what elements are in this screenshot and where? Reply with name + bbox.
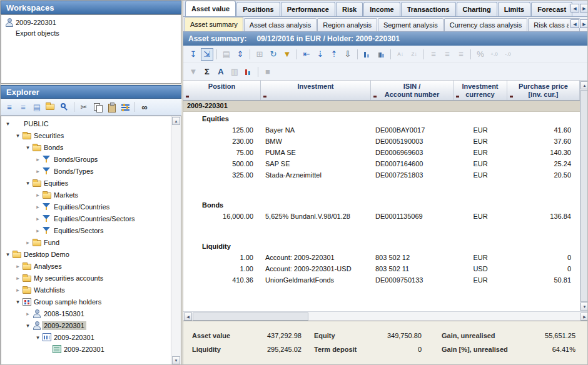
new-folder-icon[interactable]	[44, 101, 57, 113]
expand-icon[interactable]: ▸	[34, 192, 42, 198]
table-row[interactable]: 125.00Bayer NADE000BAY0017EUR41.60	[183, 124, 580, 136]
chart-axis-icon[interactable]	[375, 48, 387, 61]
tab-positions[interactable]: Positions	[236, 2, 280, 16]
table-row[interactable]: 16,000.005,625% Bundanl.V.98/01.28DE0001…	[183, 211, 580, 222]
column-header-position[interactable]: Position	[183, 81, 261, 100]
tree-item-bonds-groups[interactable]: ▸Bonds/Groups	[1, 153, 171, 165]
list-view-icon[interactable]: ≡	[17, 101, 29, 113]
percent-icon[interactable]: %	[474, 48, 487, 61]
table-row[interactable]: 1.00Account: 2009-220301-USD803 502 11US…	[183, 263, 580, 274]
tree-view-icon[interactable]: ≡	[3, 101, 16, 113]
cut-icon[interactable]: ✂	[78, 101, 90, 113]
expand-icon[interactable]: ▸	[34, 228, 42, 234]
add-decimal-icon[interactable]: +.0	[488, 48, 500, 61]
tab-performance[interactable]: Performance	[281, 2, 335, 16]
filter-rows-icon[interactable]: ▼	[187, 66, 200, 78]
expand-icon[interactable]: ▸	[14, 263, 22, 269]
goto-first-icon[interactable]: ⇤	[300, 48, 313, 61]
tree-item-2008-150301[interactable]: ▸2008-150301	[1, 308, 171, 319]
horizontal-scrollbar-thumb[interactable]	[193, 312, 308, 321]
align-left-icon[interactable]: ≡	[427, 48, 440, 61]
vertical-scrollbar-thumb[interactable]	[580, 90, 588, 302]
scroll-down-icon[interactable]: ▼	[172, 356, 180, 364]
tab-asset-summary[interactable]: Asset summary	[185, 17, 243, 31]
expand-icon[interactable]: ▸	[34, 168, 42, 174]
collapse-icon[interactable]: ▾	[24, 144, 32, 151]
chart-icon[interactable]	[361, 48, 373, 61]
subtabs-scroll-right-icon[interactable]: ▶	[580, 19, 588, 28]
tree-item-equities-sectors[interactable]: ▸Equities/Sectors	[1, 224, 171, 236]
collapse-icon[interactable]: ▾	[4, 121, 12, 127]
scroll-right-icon[interactable]: ▶	[580, 312, 588, 321]
copy-icon[interactable]	[91, 101, 104, 113]
tree-item-watchlists[interactable]: ▸Watchlists	[1, 284, 171, 296]
search-icon[interactable]	[58, 101, 71, 113]
sort-ascending-icon[interactable]: A↓	[394, 48, 407, 61]
table-row[interactable]: 1.00Account: 2009-220301803 502 12EUR0	[183, 252, 580, 263]
tree-item-markets[interactable]: ▸Markets	[1, 189, 171, 201]
column-header-purchase-price[interactable]: Purchase price[inv. cur.]	[507, 81, 580, 100]
align-center-icon[interactable]: ≡	[441, 48, 454, 61]
table-row[interactable]: 75.00PUMA SEDE0006969603EUR140.30	[183, 147, 580, 158]
tab-currency-class-analysis[interactable]: Currency class analysis	[444, 18, 528, 31]
expand-rows-icon[interactable]: ⇕	[234, 48, 246, 61]
font-icon[interactable]: A	[215, 66, 227, 78]
paste-icon[interactable]	[105, 101, 118, 113]
tree-item-fund[interactable]: ▸Fund	[1, 236, 171, 248]
tree-item-public[interactable]: ▾PUBLIC	[1, 118, 171, 129]
tree-item-group-sample-holders[interactable]: ▾Group sample holders	[1, 296, 171, 308]
next-row-icon[interactable]: ⇣	[314, 48, 327, 61]
collapse-icon[interactable]: ▾	[14, 132, 22, 139]
tab-asset-value[interactable]: Asset value	[185, 1, 236, 16]
tree-item-2009-220301[interactable]: ▾2009-220301	[1, 319, 171, 331]
zoom-chart-icon[interactable]: ⇲	[201, 48, 213, 61]
tab-forecast[interactable]: Forecast	[531, 2, 572, 16]
export-chart-icon[interactable]: ↧	[187, 48, 200, 61]
tree-item-equities[interactable]: ▾Equities	[1, 177, 171, 189]
tree-scrollbar[interactable]: ▲ ▼	[171, 116, 181, 365]
stop-icon[interactable]: ■	[261, 66, 274, 78]
column-header-investment[interactable]: Investmentcurrency	[454, 81, 507, 100]
tree-item-desktop-demo[interactable]: ▾Desktop Demo	[1, 248, 171, 260]
tree-item-equities-countries-sectors[interactable]: ▸Equities/Countries/Sectors	[1, 212, 171, 224]
find-icon[interactable]: ∞	[138, 101, 151, 113]
collapse-icon[interactable]: ▾	[34, 334, 42, 341]
expand-icon[interactable]: ▸	[34, 216, 42, 222]
tabs-scroll-right-icon[interactable]: ▶	[580, 4, 588, 12]
tree-item-securities[interactable]: ▾Securities	[1, 129, 171, 141]
subtabs-scroll-left-icon[interactable]: ◀	[570, 19, 579, 28]
bar-chart-icon[interactable]	[242, 66, 255, 78]
tab-asset-class-analysis[interactable]: Asset class analysis	[244, 18, 317, 31]
tab-charting[interactable]: Charting	[457, 2, 497, 16]
align-right-icon[interactable]: ≡	[455, 48, 467, 61]
collapse-icon[interactable]: ▾	[24, 180, 32, 186]
refresh-icon[interactable]: ↻	[267, 48, 280, 61]
tab-transactions[interactable]: Transactions	[401, 2, 456, 16]
collapse-icon[interactable]: ▾	[4, 251, 12, 258]
period-icon[interactable]: ⊞	[253, 48, 266, 61]
expand-icon[interactable]: ▸	[14, 287, 22, 293]
expand-icon[interactable]: ▸	[34, 156, 42, 162]
expand-icon[interactable]: ▸	[14, 275, 22, 281]
copy-chart-icon[interactable]: ▤	[220, 48, 233, 61]
filter-settings-icon[interactable]	[119, 101, 131, 113]
columns-icon[interactable]: ▥	[228, 66, 241, 78]
tree-item-my-securities-accounts[interactable]: ▸My securities accounts	[1, 272, 171, 284]
column-header-isin[interactable]: ISIN /Account number	[371, 81, 454, 100]
horizontal-scrollbar[interactable]: ◀ ▶	[183, 311, 588, 321]
workspace-item-export-objects[interactable]: Export objects	[1, 28, 181, 38]
tab-region-analysis[interactable]: Region analysis	[317, 18, 377, 31]
filter-edit-icon[interactable]: ▼	[281, 48, 293, 61]
remove-decimal-icon[interactable]: -.0	[502, 48, 514, 61]
scroll-up-icon[interactable]: ▲	[580, 81, 588, 89]
workspace-item-2009-220301[interactable]: 2009-220301	[1, 17, 181, 28]
collapse-icon[interactable]: ▾	[24, 322, 32, 329]
tree-item-equities-countries[interactable]: ▸Equities/Countries	[1, 201, 171, 212]
scroll-down-icon[interactable]: ▼	[580, 302, 588, 311]
previous-row-icon[interactable]: ⇡	[328, 48, 340, 61]
tab-income[interactable]: Income	[363, 2, 400, 16]
vertical-scrollbar[interactable]: ▲ ▼	[580, 81, 588, 311]
tab-segment-analysis[interactable]: Segment analysis	[378, 18, 444, 31]
scroll-up-icon[interactable]: ▲	[172, 117, 180, 125]
tree-item-2009-220301[interactable]: 2009-220301	[1, 343, 171, 355]
